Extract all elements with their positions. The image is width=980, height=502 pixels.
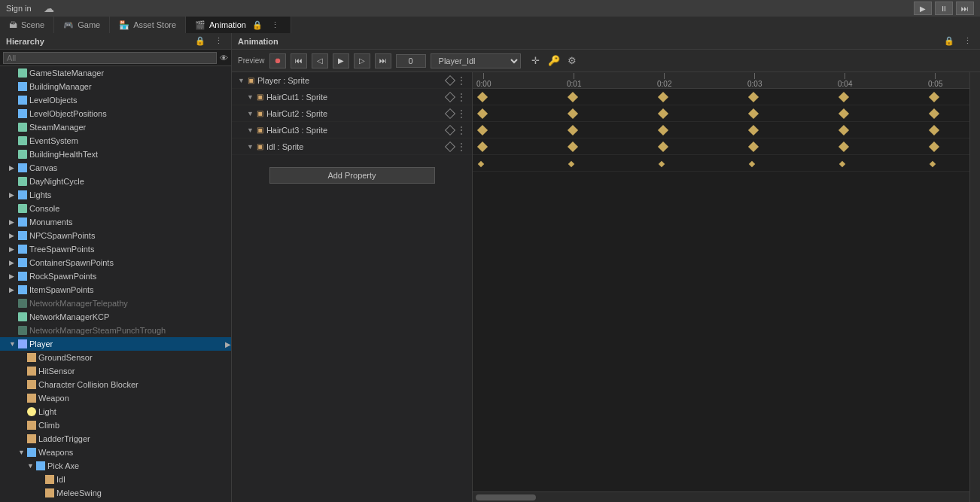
list-item[interactable]: BuildingManager (0, 80, 231, 93)
list-item[interactable]: HitSensor (0, 364, 231, 378)
list-item-weapon[interactable]: Weapon (0, 391, 231, 405)
list-item[interactable]: SteamManager (0, 120, 231, 134)
list-item[interactable]: NetworkManagerTelepathy (0, 297, 231, 310)
time-input[interactable] (396, 54, 426, 68)
keyframe[interactable] (748, 108, 759, 119)
prop-row-haircut1[interactable]: ▼ ▣ HairCut1 : Sprite ⋮ (232, 89, 472, 105)
list-item[interactable]: DayNightCycle (0, 175, 231, 188)
keyframe[interactable] (838, 141, 849, 152)
prev-frame-button[interactable]: ◁ (312, 53, 328, 68)
list-item[interactable]: Monuments (0, 215, 231, 229)
tab-scene[interactable]: 🏔 Scene (0, 17, 54, 33)
keyframe-diamond[interactable] (445, 108, 455, 118)
record-button[interactable]: ⏺ (269, 53, 286, 68)
right-scrollbar[interactable] (969, 72, 980, 502)
tree-arrow[interactable] (9, 340, 18, 348)
tree-arrow[interactable] (27, 462, 36, 470)
keyframe[interactable] (477, 92, 488, 102)
tree-arrow[interactable] (9, 164, 18, 172)
list-item-pick-axe[interactable]: Pick Axe (0, 459, 231, 473)
keyframe[interactable] (568, 92, 578, 102)
keyframe-diamond[interactable] (445, 124, 455, 135)
list-item[interactable]: RockSpawnPoints (0, 269, 231, 283)
animation-lock-icon[interactable]: 🔒 (942, 36, 957, 46)
play-anim-button[interactable]: ▶ (333, 53, 349, 68)
list-item[interactable]: EventSystem (0, 134, 231, 148)
list-item-lights[interactable]: Lights (0, 188, 231, 202)
list-item[interactable]: TreeSpawnPoints (0, 242, 231, 256)
list-item[interactable]: Canvas (0, 161, 231, 175)
key-icon[interactable]: 🔑 (546, 53, 562, 68)
prop-row-idl[interactable]: ▼ ▣ Idl : Sprite ⋮ (232, 138, 472, 155)
signin-button[interactable]: Sign in (6, 4, 32, 13)
tree-arrow[interactable] (9, 218, 18, 226)
list-item[interactable]: GameStateManager (0, 66, 231, 80)
keyframe[interactable] (658, 141, 668, 152)
keyframe[interactable] (658, 125, 668, 135)
keyframe[interactable] (929, 125, 939, 135)
tree-arrow[interactable] (9, 259, 18, 266)
keyframe[interactable] (477, 125, 488, 135)
keyframe-small[interactable] (478, 161, 484, 167)
keyframe-diamond[interactable] (445, 91, 455, 102)
keyframe[interactable] (929, 141, 939, 152)
crosshair-icon[interactable]: ✛ (528, 53, 543, 68)
list-item[interactable]: Climb (0, 418, 231, 432)
next-frame-button[interactable]: ▷ (354, 53, 370, 68)
keyframe-small[interactable] (568, 161, 574, 167)
tree-arrow[interactable] (9, 191, 18, 199)
keyframe-small[interactable] (839, 161, 845, 167)
prop-row-haircut2[interactable]: ▼ ▣ HairCut2 : Sprite ⋮ (232, 105, 472, 122)
tab-asset-store[interactable]: 🏪 Asset Store (110, 17, 186, 33)
keyframe[interactable] (568, 125, 578, 135)
jump-end-button[interactable]: ⏭ (375, 53, 391, 68)
keyframe-small[interactable] (659, 161, 665, 167)
keyframe[interactable] (568, 108, 578, 119)
animation-menu-icon[interactable]: ⋮ (961, 36, 974, 46)
list-item[interactable]: GroundSensor (0, 351, 231, 364)
list-item[interactable]: Console (0, 202, 231, 215)
keyframe[interactable] (748, 125, 759, 135)
keyframe[interactable] (477, 141, 488, 152)
prop-menu-button[interactable]: ⋮ (457, 125, 466, 135)
tab-game[interactable]: 🎮 Game (54, 17, 110, 33)
prop-menu-button[interactable]: ⋮ (457, 108, 466, 119)
step-button[interactable]: ⏭ (956, 2, 974, 15)
keyframe-diamond[interactable] (445, 141, 455, 151)
list-item[interactable]: NetworkManagerKCP (0, 310, 231, 324)
animation-tab-menu[interactable]: ⋮ (269, 20, 282, 30)
tree-arrow[interactable] (18, 449, 27, 456)
keyframe[interactable] (838, 125, 849, 135)
tree-arrow[interactable] (9, 286, 18, 294)
keyframe-diamond[interactable] (445, 75, 455, 85)
prop-menu-button[interactable]: ⋮ (457, 141, 466, 152)
list-item[interactable]: NetworkManagerSteamPunchTrough (0, 324, 231, 337)
jump-start-button[interactable]: ⏮ (291, 53, 307, 68)
list-item[interactable]: LadderTrigger (0, 432, 231, 446)
hierarchy-lock-icon[interactable]: 🔒 (193, 36, 208, 46)
keyframe[interactable] (658, 92, 668, 102)
list-item[interactable]: ContainerSpawnPoints (0, 256, 231, 269)
keyframe[interactable] (929, 108, 939, 119)
keyframe[interactable] (568, 141, 578, 152)
animation-tab-lock[interactable]: 🔒 (250, 20, 265, 30)
scroll-thumb[interactable] (476, 494, 536, 500)
list-item[interactable]: NPCSpawnPoints (0, 229, 231, 242)
list-item-light[interactable]: Light (0, 405, 231, 418)
tab-animation[interactable]: 🎬 Animation 🔒 ⋮ (186, 17, 291, 33)
settings-icon[interactable]: ⚙ (565, 53, 580, 68)
list-item[interactable]: Idl (0, 473, 231, 486)
list-item[interactable]: LevelObjects (0, 93, 231, 107)
eye-icon[interactable]: 👁 (220, 53, 228, 62)
pause-button[interactable]: ⏸ (935, 2, 953, 15)
play-button[interactable]: ▶ (914, 2, 932, 15)
hierarchy-search-input[interactable] (3, 52, 217, 64)
keyframe[interactable] (477, 108, 488, 119)
timeline-scrollbar[interactable] (473, 491, 969, 502)
list-item[interactable]: BuildingHealthText (0, 148, 231, 161)
prop-menu-button[interactable]: ⋮ (457, 75, 466, 86)
tree-arrow[interactable] (9, 272, 18, 280)
list-item[interactable]: ItemSpawnPoints (0, 283, 231, 297)
keyframe-small[interactable] (749, 161, 755, 167)
prop-row-player-sprite[interactable]: ▼ ▣ Player : Sprite ⋮ (232, 72, 472, 89)
